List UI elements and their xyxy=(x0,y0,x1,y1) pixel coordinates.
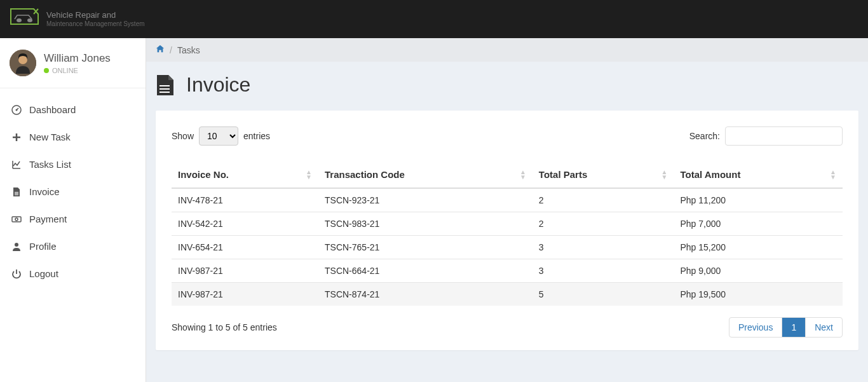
svg-point-11 xyxy=(15,243,18,247)
breadcrumb-current: Tasks xyxy=(177,45,200,55)
topbar: Vehicle Repair and Maintenance Managemen… xyxy=(0,0,868,38)
svg-rect-12 xyxy=(159,85,170,86)
nav: DashboardNew TaskTasks ListInvoicePaymen… xyxy=(0,88,146,287)
entries-select[interactable]: 10 xyxy=(199,126,238,146)
cell-parts: 5 xyxy=(532,283,674,306)
page-title: Invoice xyxy=(186,73,250,97)
sort-icon: ▲▼ xyxy=(830,170,836,180)
svg-rect-6 xyxy=(15,192,18,193)
nav-label: Logout xyxy=(29,268,58,279)
cell-amount: Php 19,500 xyxy=(674,283,843,306)
logo-text-line2: Maintenance Management System xyxy=(46,20,145,27)
svg-rect-13 xyxy=(159,88,170,90)
entries-label: entries xyxy=(243,131,270,141)
sidebar: William Jones ONLINE DashboardNew TaskTa… xyxy=(0,38,146,382)
svg-rect-8 xyxy=(15,194,18,195)
cell-invoice: INV-654-21 xyxy=(172,236,318,259)
nav-label: New Task xyxy=(29,132,71,142)
content: / Tasks Invoice Show 10 entries Search: … xyxy=(146,38,868,382)
cell-amount: Php 7,000 xyxy=(674,212,843,236)
table-row: INV-478-21TSCN-923-212Php 11,200 xyxy=(172,188,843,212)
user-status: ONLINE xyxy=(44,67,111,74)
cell-amount: Php 9,000 xyxy=(674,259,843,283)
dashboard-icon xyxy=(11,105,22,115)
doc-icon xyxy=(11,187,22,197)
cell-parts: 3 xyxy=(532,259,674,283)
page-header: Invoice xyxy=(146,62,868,111)
cell-parts: 2 xyxy=(532,188,674,212)
user-name: William Jones xyxy=(44,52,111,65)
page-button[interactable]: 1 xyxy=(782,318,805,337)
breadcrumb: / Tasks xyxy=(146,38,868,62)
next-button[interactable]: Next xyxy=(805,318,842,337)
invoice-card: Show 10 entries Search: Invoice No.▲▼Tra… xyxy=(156,111,858,350)
column-header[interactable]: Total Parts▲▼ xyxy=(532,161,674,188)
cell-invoice: INV-542-21 xyxy=(172,212,318,236)
search-box: Search: xyxy=(689,126,843,146)
table-row: INV-987-21TSCN-874-215Php 19,500 xyxy=(172,283,843,306)
cell-invoice: INV-987-21 xyxy=(172,283,318,306)
user-panel: William Jones ONLINE xyxy=(0,38,146,88)
show-entries: Show 10 entries xyxy=(172,126,270,146)
nav-item-profile[interactable]: Profile xyxy=(0,233,146,260)
svg-rect-14 xyxy=(159,92,170,93)
svg-point-0 xyxy=(17,18,22,22)
cell-invoice: INV-987-21 xyxy=(172,259,318,283)
nav-item-invoice[interactable]: Invoice xyxy=(0,178,146,205)
nav-item-tasks-list[interactable]: Tasks List xyxy=(0,151,146,178)
nav-label: Payment xyxy=(29,214,67,224)
logo: Vehicle Repair and Maintenance Managemen… xyxy=(10,8,145,31)
pagination: Previous1Next xyxy=(729,317,843,338)
nav-label: Tasks List xyxy=(29,159,71,170)
breadcrumb-separator: / xyxy=(170,45,172,55)
cell-invoice: INV-478-21 xyxy=(172,188,318,212)
sort-icon: ▲▼ xyxy=(661,170,668,180)
cell-amount: Php 11,200 xyxy=(674,188,843,212)
cell-code: TSCN-664-21 xyxy=(318,259,532,283)
search-label: Search: xyxy=(689,131,720,141)
cell-code: TSCN-765-21 xyxy=(318,236,532,259)
invoice-table: Invoice No.▲▼Transaction Code▲▼Total Par… xyxy=(172,161,843,306)
column-header[interactable]: Invoice No.▲▼ xyxy=(172,161,318,188)
money-icon xyxy=(11,214,22,224)
svg-point-10 xyxy=(15,218,18,221)
cell-parts: 3 xyxy=(532,236,674,259)
table-info: Showing 1 to 5 of 5 entries xyxy=(172,322,277,332)
logo-text-line1: Vehicle Repair and xyxy=(46,11,145,20)
nav-item-payment[interactable]: Payment xyxy=(0,205,146,233)
svg-point-5 xyxy=(16,109,18,111)
show-label: Show xyxy=(172,131,194,141)
document-icon xyxy=(156,74,175,97)
table-row: INV-987-21TSCN-664-213Php 9,000 xyxy=(172,259,843,283)
column-header[interactable]: Transaction Code▲▼ xyxy=(318,161,532,188)
nav-label: Invoice xyxy=(29,186,60,197)
prev-button[interactable]: Previous xyxy=(729,318,782,337)
svg-rect-7 xyxy=(15,193,18,194)
table-row: INV-654-21TSCN-765-213Php 15,200 xyxy=(172,236,843,259)
chart-icon xyxy=(11,160,22,170)
plus-icon xyxy=(11,132,22,142)
nav-label: Dashboard xyxy=(29,104,76,115)
cell-code: TSCN-983-21 xyxy=(318,212,532,236)
sort-icon: ▲▼ xyxy=(520,170,526,180)
sort-icon: ▲▼ xyxy=(306,170,312,180)
svg-rect-9 xyxy=(12,217,21,222)
power-icon xyxy=(11,269,22,279)
nav-item-new-task[interactable]: New Task xyxy=(0,123,146,151)
nav-label: Profile xyxy=(29,241,57,252)
cell-parts: 2 xyxy=(532,212,674,236)
search-input[interactable] xyxy=(725,126,843,146)
cell-amount: Php 15,200 xyxy=(674,236,843,259)
user-icon xyxy=(11,242,22,252)
status-dot-icon xyxy=(44,68,49,73)
avatar xyxy=(10,50,36,76)
column-header[interactable]: Total Amount▲▼ xyxy=(674,161,843,188)
cell-code: TSCN-923-21 xyxy=(318,188,532,212)
logo-icon xyxy=(10,8,41,31)
nav-item-dashboard[interactable]: Dashboard xyxy=(0,96,146,123)
home-icon[interactable] xyxy=(156,44,165,55)
cell-code: TSCN-874-21 xyxy=(318,283,532,306)
nav-item-logout[interactable]: Logout xyxy=(0,260,146,287)
table-row: INV-542-21TSCN-983-212Php 7,000 xyxy=(172,212,843,236)
user-status-label: ONLINE xyxy=(52,67,78,74)
